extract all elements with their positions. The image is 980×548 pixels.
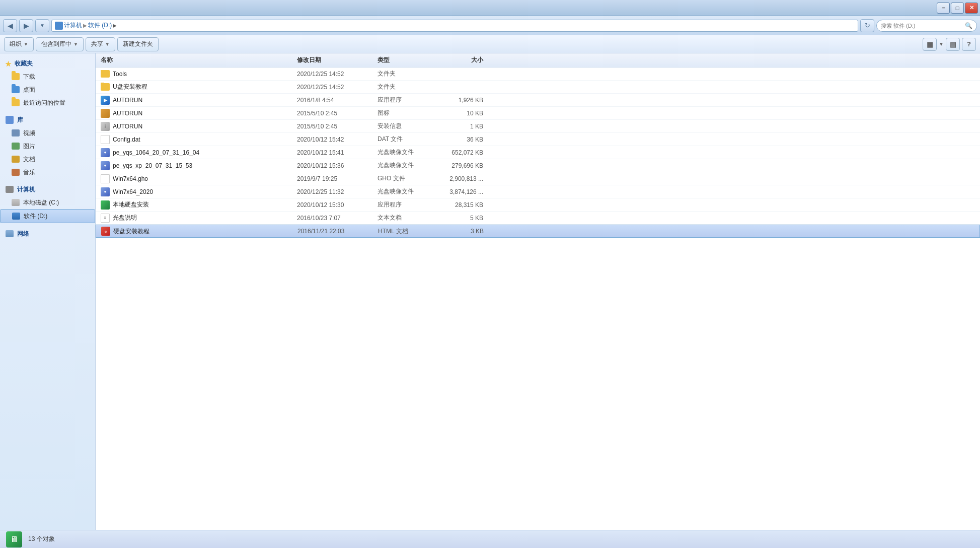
sidebar-network-section: 网络 xyxy=(0,227,95,240)
file-type: HTML 文档 xyxy=(378,227,438,236)
file-type: 应用程序 xyxy=(378,96,438,104)
computer-sidebar-icon xyxy=(5,185,14,194)
sidebar-item-recent[interactable]: 最近访问的位置 xyxy=(0,96,95,109)
table-row[interactable]: 本地硬盘安装 2020/10/12 15:30 应用程序 28,315 KB xyxy=(96,198,980,212)
sidebar-favorites-header[interactable]: ★ 收藏夹 xyxy=(0,57,95,70)
sidebar-network-header[interactable]: 网络 xyxy=(0,227,95,240)
file-size: 1 KB xyxy=(438,123,488,130)
sidebar-library-header[interactable]: 库 xyxy=(0,113,95,126)
file-type: GHO 文件 xyxy=(378,174,438,183)
txt-icon: ≡ xyxy=(101,214,110,223)
include-library-button[interactable]: 包含到库中 ▼ xyxy=(36,37,84,51)
table-row[interactable]: AUTORUN 2015/5/10 2:45 图标 10 KB xyxy=(96,107,980,120)
organize-label: 组织 xyxy=(10,40,22,48)
organize-button[interactable]: 组织 ▼ xyxy=(4,37,34,51)
sidebar-item-c-drive[interactable]: 本地磁盘 (C:) xyxy=(0,196,95,209)
new-folder-label: 新建文件夹 xyxy=(123,40,153,48)
desktop-icon xyxy=(11,85,20,94)
search-icon: 🔍 xyxy=(965,22,972,29)
new-folder-button[interactable]: 新建文件夹 xyxy=(117,37,159,51)
file-type: 安装信息 xyxy=(378,122,438,130)
close-button[interactable]: ✕ xyxy=(965,3,978,14)
maximize-button[interactable]: □ xyxy=(951,3,964,14)
sidebar-item-d-drive-label: 软件 (D:) xyxy=(24,212,47,221)
share-button[interactable]: 共享 ▼ xyxy=(86,37,115,51)
status-bar: 🖥 13 个对象 xyxy=(0,530,980,548)
d-drive-icon xyxy=(12,212,21,221)
sidebar-item-c-drive-label: 本地磁盘 (C:) xyxy=(23,198,59,207)
sidebar-item-music[interactable]: 音乐 xyxy=(0,166,95,179)
help-button[interactable]: ? xyxy=(962,38,976,51)
file-name: AUTORUN xyxy=(113,97,142,104)
table-row[interactable]: ≡ 光盘说明 2016/10/23 7:07 文本文档 5 KB xyxy=(96,212,980,225)
sidebar-item-d-drive[interactable]: 软件 (D:) xyxy=(0,209,95,223)
pictures-icon xyxy=(11,142,20,151)
file-name: 本地硬盘安装 xyxy=(113,200,149,209)
breadcrumb-computer[interactable]: 计算机 xyxy=(64,21,82,30)
file-date: 2020/10/12 15:36 xyxy=(297,162,378,169)
back-button[interactable]: ◀ xyxy=(3,19,17,32)
file-name: Win7x64_2020 xyxy=(113,188,153,195)
file-type: 文本文档 xyxy=(378,214,438,222)
file-name-cell: ● pe_yqs_xp_20_07_31_15_53 xyxy=(96,161,297,170)
sidebar-item-desktop-label: 桌面 xyxy=(23,86,35,94)
file-date: 2016/1/8 4:54 xyxy=(297,97,378,104)
breadcrumb-sep-1: ▶ xyxy=(83,23,87,28)
sidebar-item-downloads-label: 下载 xyxy=(23,73,35,81)
table-row[interactable]: U盘安装教程 2020/12/25 14:52 文件夹 xyxy=(96,81,980,94)
forward-button[interactable]: ▶ xyxy=(19,19,33,32)
file-name: Tools xyxy=(113,71,127,78)
view-options-button[interactable]: ▦ xyxy=(923,38,937,51)
column-name[interactable]: 名称 xyxy=(96,56,297,64)
sidebar-item-desktop[interactable]: 桌面 xyxy=(0,83,95,96)
file-date: 2020/12/25 11:32 xyxy=(297,188,378,195)
inf-icon: i xyxy=(101,122,110,131)
sidebar-item-pictures[interactable]: 图片 xyxy=(0,140,95,153)
sidebar-computer-section: 计算机 本地磁盘 (C:) 软件 (D:) xyxy=(0,183,95,223)
file-name: pe_yqs_xp_20_07_31_15_53 xyxy=(113,162,192,169)
iso-icon: ● xyxy=(101,187,110,196)
table-row[interactable]: e 硬盘安装教程 2016/11/21 22:03 HTML 文档 3 KB xyxy=(96,225,980,238)
sidebar-item-video[interactable]: 视频 xyxy=(0,126,95,140)
file-type: 图标 xyxy=(378,109,438,117)
file-date: 2019/9/7 19:25 xyxy=(297,175,378,182)
column-date[interactable]: 修改日期 xyxy=(297,56,378,64)
table-row[interactable]: ● pe_yqs_1064_20_07_31_16_04 2020/10/12 … xyxy=(96,146,980,159)
sidebar-item-recent-label: 最近访问的位置 xyxy=(23,99,65,107)
search-input[interactable] xyxy=(881,23,963,29)
table-row[interactable]: Config.dat 2020/10/12 15:42 DAT 文件 36 KB xyxy=(96,133,980,146)
file-name-cell: ● pe_yqs_1064_20_07_31_16_04 xyxy=(96,148,297,157)
file-date: 2015/5/10 2:45 xyxy=(297,123,378,130)
table-row[interactable]: ▶ AUTORUN 2016/1/8 4:54 应用程序 1,926 KB xyxy=(96,94,980,107)
table-row[interactable]: Win7x64.gho 2019/9/7 19:25 GHO 文件 2,900,… xyxy=(96,172,980,185)
minimize-button[interactable]: － xyxy=(937,3,950,14)
preview-pane-button[interactable]: ▤ xyxy=(946,38,960,51)
refresh-button[interactable]: ↻ xyxy=(860,19,874,32)
breadcrumb-drive[interactable]: 软件 (D:) xyxy=(88,21,112,30)
column-size[interactable]: 大小 xyxy=(438,56,488,64)
table-row[interactable]: ● Win7x64_2020 2020/12/25 11:32 光盘映像文件 3… xyxy=(96,185,980,198)
view-dropdown-arrow[interactable]: ▼ xyxy=(939,41,944,47)
sidebar-item-downloads[interactable]: 下载 xyxy=(0,70,95,83)
sidebar-favorites-label: 收藏夹 xyxy=(15,59,33,68)
share-label: 共享 xyxy=(91,40,103,48)
breadcrumb-dropdown-arrow[interactable]: ▶ xyxy=(113,23,117,28)
file-size: 1,926 KB xyxy=(438,97,488,104)
sidebar-item-documents[interactable]: 文档 xyxy=(0,153,95,166)
file-size: 28,315 KB xyxy=(438,201,488,209)
sidebar-computer-header[interactable]: 计算机 xyxy=(0,183,95,196)
table-row[interactable]: ● pe_yqs_xp_20_07_31_15_53 2020/10/12 15… xyxy=(96,159,980,172)
sidebar: ★ 收藏夹 下载 桌面 最近访问的位置 库 xyxy=(0,53,96,530)
file-list-area: 名称 修改日期 类型 大小 Tools 2020/12/25 14:52 文件夹… xyxy=(96,53,980,530)
sidebar-item-documents-label: 文档 xyxy=(23,155,35,164)
file-date: 2020/12/25 14:52 xyxy=(297,84,378,91)
table-row[interactable]: i AUTORUN 2015/5/10 2:45 安装信息 1 KB xyxy=(96,120,980,133)
recent-locations-button[interactable]: ▼ xyxy=(35,19,49,32)
dat-icon xyxy=(101,135,110,144)
file-type: 应用程序 xyxy=(378,200,438,209)
organize-dropdown-arrow: ▼ xyxy=(24,42,28,47)
table-row[interactable]: Tools 2020/12/25 14:52 文件夹 xyxy=(96,67,980,81)
file-name-cell: Win7x64.gho xyxy=(96,174,297,183)
column-type[interactable]: 类型 xyxy=(378,56,438,64)
file-type: DAT 文件 xyxy=(378,135,438,144)
